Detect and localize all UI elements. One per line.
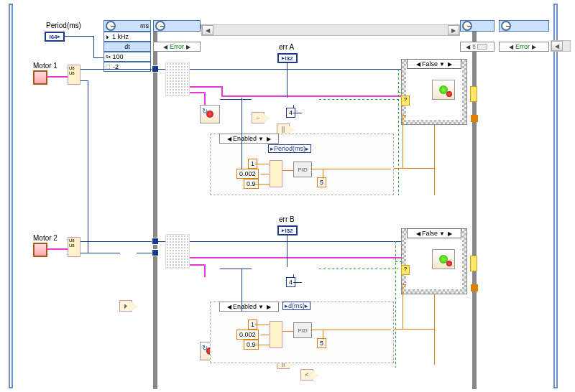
chevron-right-icon[interactable]: ▶ xyxy=(446,230,454,237)
chevron-left-icon[interactable]: ◀ xyxy=(464,44,472,50)
frame-right-bar xyxy=(472,24,477,389)
case-selector-b[interactable]: ◀ False ▼ ▶ xyxy=(407,228,461,238)
disabled-tab-label: Enabled xyxy=(233,303,257,310)
sr-question: ? xyxy=(401,265,410,275)
period-local-a: ▸Period(ms)▸ xyxy=(268,144,311,153)
read-ref-a: ↻ xyxy=(200,105,220,123)
pid-ki-a: 0.002 xyxy=(236,169,259,179)
period-local-b: ▸d(ms)▸ xyxy=(282,302,310,310)
chevron-left-icon[interactable]: ◀ xyxy=(507,44,515,50)
err-a-terminal[interactable]: ▸I32 xyxy=(277,53,298,63)
frame-left-header: ◀ Error ▶ xyxy=(153,20,201,52)
chevron-right-icon[interactable]: ▶ xyxy=(446,61,454,67)
unbundle-motor1: U8 U8 xyxy=(68,65,80,85)
unbundle-motor2: U8 U8 xyxy=(68,237,80,257)
disabled-tab-label: Enabled xyxy=(233,135,257,142)
motor2-terminal[interactable] xyxy=(33,243,47,257)
frame-right-header: ◀ !! xyxy=(460,20,494,52)
case-selector-a[interactable]: ◀ False ▼ ▶ xyxy=(407,59,461,69)
loop-dt-label: dt xyxy=(124,43,130,50)
tunnel-yellow xyxy=(470,256,477,271)
tunnel-orange xyxy=(471,284,478,291)
subtract-node-a: − xyxy=(252,112,264,123)
loop-right-scrollbar[interactable]: ◀ xyxy=(551,40,571,52)
scroll-right-button[interactable]: ▶ xyxy=(448,25,459,35)
unbundle-elem: U8 xyxy=(69,238,79,243)
err-a-label: err A xyxy=(279,43,294,51)
disabled-structure-a: ◀ Enabled ▼ ▶ ▸Period(ms)▸ PID 1 0.002 0… xyxy=(210,134,394,195)
clock-icon xyxy=(155,21,165,31)
scroll-left-button[interactable]: ◀ xyxy=(202,25,213,35)
period-label: Period(ms) xyxy=(46,22,81,29)
loop-units: ms xyxy=(140,22,149,29)
err-b-terminal[interactable]: ▸I32 xyxy=(277,225,298,235)
timed-loop-right-edge xyxy=(553,4,558,388)
err-b-label: err B xyxy=(279,215,295,223)
disabled-tab-b[interactable]: ◀ Enabled ▼ ▶ xyxy=(219,302,279,312)
chevron-right-icon[interactable]: ▶ xyxy=(530,44,538,50)
pid-vi-a: PID xyxy=(293,162,312,177)
clock-icon xyxy=(501,21,511,31)
refresh-icon: ↻ xyxy=(202,344,208,352)
tunnel-yellow xyxy=(470,86,477,102)
pid-vi-b: PID xyxy=(293,322,312,338)
passthrough-node: ⏵ xyxy=(119,300,132,312)
timed-loop-input-node: ms ⏵1 kHz dt s₂100 ⬚-2 xyxy=(104,20,151,72)
frame-scrollbar[interactable]: ◀ ▶ xyxy=(201,24,460,36)
disabled-structure-b: ◀ Enabled ▼ ▶ ▸d(ms)▸ PID 1 0.002 0.9 5 xyxy=(210,302,394,363)
tunnel-orange xyxy=(471,115,478,122)
motor-write-a xyxy=(432,80,455,100)
sr-question: ? xyxy=(401,95,410,106)
chevron-left-icon[interactable]: ◀ xyxy=(226,136,233,142)
frame-error-selector[interactable]: ◀ Error ▶ xyxy=(153,42,201,52)
pid-out-const-a: 5 xyxy=(317,177,326,187)
chevron-left-icon[interactable]: ◀ xyxy=(161,44,170,50)
unbundle-elem: U8 xyxy=(69,66,79,71)
chevron-right-icon[interactable]: ▶ xyxy=(265,136,272,142)
unbundle-elem: U8 xyxy=(69,71,79,76)
loop-right-output-node: ◀ Error ▶ xyxy=(499,20,549,52)
clock-icon xyxy=(106,21,116,31)
motor2-label: Motor 2 xyxy=(33,234,58,242)
dropdown-icon[interactable]: ▼ xyxy=(438,61,446,67)
error-case-label: Error xyxy=(170,43,184,50)
loop-right-error-selector[interactable]: ◀ Error ▶ xyxy=(499,42,549,52)
error-case-label: Error xyxy=(515,43,530,50)
disabled-tab-a[interactable]: ◀ Enabled ▼ ▶ xyxy=(219,134,279,144)
gap-label: !! xyxy=(472,43,476,50)
case-value: False xyxy=(422,60,438,67)
dropdown-icon[interactable]: ▼ xyxy=(257,136,265,142)
dropdown-icon[interactable]: ▼ xyxy=(438,230,446,237)
chevron-left-icon[interactable]: ◀ xyxy=(415,230,422,237)
motor1-terminal[interactable] xyxy=(33,70,47,85)
loop-source: 1 kHz xyxy=(112,33,129,40)
pid-ki-b: 0.002 xyxy=(236,330,259,340)
refresh-icon: ↻ xyxy=(202,107,208,115)
bundle-pid-b xyxy=(270,321,282,348)
bundle-pid-a xyxy=(270,160,282,187)
chevron-left-icon[interactable]: ◀ xyxy=(415,61,422,67)
dropdown-icon[interactable]: ▼ xyxy=(257,304,265,310)
less-node-b: < xyxy=(300,369,313,381)
pid-out-const-b: 5 xyxy=(317,338,326,348)
red-dot-icon xyxy=(446,91,452,97)
chevron-right-icon[interactable]: ▶ xyxy=(184,44,193,50)
frame-gap-selector[interactable]: ◀ !! xyxy=(460,42,494,52)
tunnel xyxy=(152,249,159,256)
frame-left-bar xyxy=(153,24,157,389)
clock-icon xyxy=(462,21,472,31)
case-structure-a: ◀ False ▼ ▶ ? xyxy=(401,59,467,125)
unbundle-elem: U8 xyxy=(69,243,79,248)
case-value: False xyxy=(422,230,438,237)
timed-loop-left-edge xyxy=(9,4,13,388)
loop-dt-value: 100 xyxy=(113,53,124,60)
case-structure-b: ◀ False ▼ ▶ ? xyxy=(401,228,467,294)
motor1-label: Motor 1 xyxy=(33,62,58,70)
scroll-left-button[interactable]: ◀ xyxy=(551,41,563,51)
period-terminal[interactable]: I64▸ xyxy=(45,32,65,42)
motor-write-b xyxy=(432,249,455,269)
wire-spread-b xyxy=(165,234,190,269)
wire-spread-a xyxy=(165,62,190,96)
chevron-left-icon[interactable]: ◀ xyxy=(226,304,233,310)
chevron-right-icon[interactable]: ▶ xyxy=(265,304,272,310)
